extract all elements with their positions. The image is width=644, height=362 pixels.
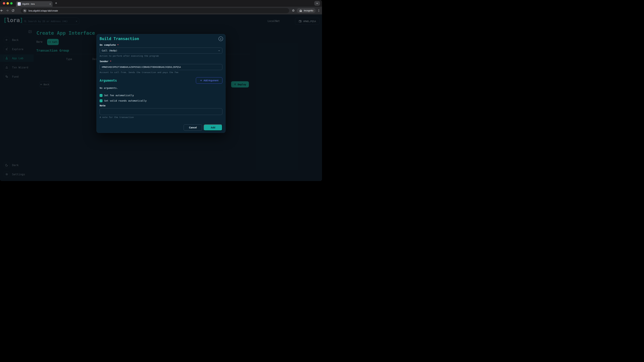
tune-icon	[24, 9, 26, 12]
url-text: lora.algokit.io/app-lab/create	[28, 9, 58, 12]
window-close-button[interactable]	[3, 2, 5, 4]
incognito-badge: Incognito	[297, 8, 316, 13]
note-input[interactable]	[100, 108, 222, 115]
note-label: Note	[100, 104, 222, 107]
plus-icon	[55, 2, 58, 4]
arguments-heading: Arguments	[100, 79, 117, 82]
forward-nav-button[interactable]	[6, 9, 12, 12]
chevron-down-icon	[316, 2, 318, 4]
on-complete-helper: Action to perform after executing the pr…	[100, 55, 222, 57]
sender-helper: Account to call from. Sends the transact…	[100, 71, 222, 74]
checkbox-checked-icon[interactable]: ✓	[100, 99, 102, 102]
window-zoom-button[interactable]	[10, 2, 12, 4]
note-helper: A note for the transaction	[100, 116, 222, 119]
plus-icon	[200, 79, 202, 82]
tab-close-icon[interactable]: ✕	[50, 3, 51, 5]
checkbox-checked-icon[interactable]: ✓	[100, 94, 102, 97]
checkbox-label: Set fee automatically	[104, 94, 134, 97]
arrow-left-icon	[0, 9, 3, 12]
sender-label: Sender *	[100, 60, 222, 63]
bookmark-star-icon[interactable]	[292, 9, 295, 12]
reload-icon	[12, 9, 14, 12]
no-arguments-text: No arguments.	[100, 87, 222, 90]
required-asterisk: *	[110, 60, 111, 63]
site-settings-button[interactable]	[23, 9, 27, 13]
incognito-label: Incognito	[304, 9, 313, 12]
set-valid-rounds-checkbox-row[interactable]: ✓ Set valid rounds automatically	[100, 99, 222, 102]
arrow-right-icon	[6, 9, 9, 12]
add-button[interactable]: Add	[204, 124, 222, 131]
browser-window: [ak] AlgoKit - lora ✕	[0, 0, 322, 181]
menu-dots-icon[interactable]	[317, 9, 320, 12]
browser-tab[interactable]: [ak] AlgoKit - lora ✕	[16, 1, 52, 7]
add-argument-button[interactable]: Add Argument	[196, 77, 222, 84]
browser-toolbar: lora.algokit.io/app-lab/create Incognito	[0, 7, 322, 14]
tab-strip: [ak] AlgoKit - lora ✕	[0, 0, 322, 7]
sender-input[interactable]: HMWDSHQCOPD2T36WBAHLAZ6PO5GDJJZBN4D2TODK…	[100, 64, 222, 70]
build-transaction-dialog: Build Transaction ✕ On complete * Call (…	[96, 34, 226, 133]
on-complete-value: Call (NoOp)	[102, 49, 118, 52]
sender-value: HMWDSHQCOPD2T36WBAHLAZ6PO5GDJJZBN4D2TODK…	[102, 66, 181, 68]
cancel-button[interactable]: Cancel	[184, 124, 202, 131]
dialog-close-button[interactable]: ✕	[218, 36, 223, 41]
window-minimize-button[interactable]	[6, 2, 9, 4]
dialog-title: Build Transaction	[100, 36, 222, 41]
checkbox-label: Set valid rounds automatically	[104, 99, 146, 102]
incognito-icon	[299, 9, 302, 12]
required-asterisk: *	[117, 43, 119, 46]
close-icon: ✕	[220, 37, 221, 40]
reload-button[interactable]	[12, 9, 17, 12]
tab-title: AlgoKit - lora	[22, 3, 48, 5]
set-fee-checkbox-row[interactable]: ✓ Set fee automatically	[100, 94, 222, 97]
new-tab-button[interactable]	[55, 2, 58, 4]
back-nav-button[interactable]	[0, 9, 6, 12]
address-bar[interactable]: lora.algokit.io/app-lab/create	[21, 8, 289, 13]
tab-search-button[interactable]	[314, 1, 320, 6]
chevron-down-icon	[218, 50, 220, 52]
tab-favicon: [ak]	[18, 2, 21, 5]
on-complete-label: On complete *	[100, 43, 222, 46]
on-complete-select[interactable]: Call (NoOp)	[100, 48, 222, 54]
